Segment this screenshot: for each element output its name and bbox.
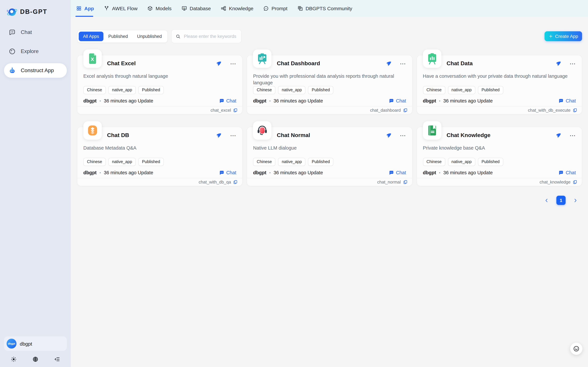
chat-button[interactable]: Chat [389,170,406,175]
tab-models[interactable]: Models [142,0,177,17]
data-easel-icon [426,52,438,65]
tab-prompt[interactable]: Prompt [258,0,292,17]
tab-app[interactable]: App [71,0,99,17]
chat-button[interactable]: Chat [389,98,406,103]
tag-chip: Chinese [253,158,275,166]
previous-page-icon[interactable] [544,198,549,203]
chat-bubble-filled-icon [559,170,564,175]
dingtalk-share-icon[interactable] [216,61,222,66]
filter-all-apps[interactable]: All Apps [79,32,103,41]
copy-icon[interactable] [573,108,577,112]
filter-published[interactable]: Published [104,32,132,41]
collapse-sidebar-icon[interactable] [54,356,60,362]
grid-icon [76,6,82,11]
sidebar-item-explore[interactable]: Explore [4,44,67,59]
app-icon-container: X [83,50,102,68]
chat-button[interactable]: Chat [219,98,236,103]
app-owner: dbgpt [423,98,436,103]
app-code: chat_dashboard [370,108,401,113]
chat-button[interactable]: Chat [559,98,576,103]
sidebar-footer-icons [4,355,67,364]
chat-button-label: Chat [566,98,576,103]
page-number-button[interactable]: 1 [556,196,566,205]
tab-label: Knowledge [229,6,253,11]
db-layers-icon [86,124,99,137]
theme-sun-icon[interactable] [10,356,17,362]
dingtalk-share-icon[interactable] [555,61,561,66]
dingtalk-share-icon[interactable] [216,133,222,138]
tab-label: Prompt [272,6,287,11]
dingtalk-share-icon[interactable] [555,133,561,138]
app-card-description: Provide you with professional data analy… [253,73,406,86]
app-card-chat-db[interactable]: Chat DB···Database Metadata Q&AChinesena… [77,127,243,186]
dbgpt-planet-logo-icon [6,6,18,18]
create-app-button[interactable]: Create App [545,31,582,41]
app-card-chat-data[interactable]: Chat Data···Have a conversation with you… [416,55,582,114]
sidebar-item-construct-app[interactable]: Construct App [4,63,67,78]
app-card-title: Chat Knowledge [447,132,490,139]
filter-unpublished[interactable]: Unpublished [133,32,166,41]
more-menu-button[interactable]: ··· [570,133,576,138]
app-owner: dbgpt [83,170,97,175]
copy-icon[interactable] [233,108,238,112]
app-icon-container [83,121,102,140]
more-menu-button[interactable]: ··· [570,61,576,66]
tab-knowledge[interactable]: Knowledge [216,0,258,17]
chat-button[interactable]: Chat [559,170,576,175]
tab-awel-flow[interactable]: AWEL Flow [99,0,142,17]
chat-button-label: Chat [566,170,576,175]
community-grid-icon [297,6,303,11]
app-card-chat-normal[interactable]: Chat Normal···Native LLM dialogueChinese… [247,127,412,186]
dot-separator: • [269,99,271,103]
dashboard-board-icon [256,52,269,65]
dingtalk-share-icon[interactable] [386,61,391,66]
app-card-tags: Chinesenative_appPublished [253,86,406,94]
app-card-chat-dashboard[interactable]: Chat Dashboard···Provide you with profes… [247,55,412,114]
app-card-title: Chat DB [107,132,129,139]
filter-segmented-control: All AppsPublishedUnpublished [77,30,168,43]
more-menu-button[interactable]: ··· [231,133,236,138]
sidebar-item-chat[interactable]: Chat [4,25,67,40]
app-card-chat-knowledge[interactable]: Chat Knowledge···Private knowledge base … [416,127,582,186]
app-icon-container [423,50,441,68]
feedback-smiley-button[interactable] [570,343,582,355]
tab-database[interactable]: SQLDatabase [177,0,216,17]
copy-icon[interactable] [403,108,407,112]
tab-label: Database [190,6,211,11]
tag-chip: Published [308,158,333,166]
chat-bubble-icon [8,29,16,36]
smiley-icon [573,345,580,352]
dot-separator: • [100,99,101,103]
app-card-meta: dbgpt•36 minutes ago UpdateChat [253,170,406,175]
more-menu-button[interactable]: ··· [400,61,406,66]
chat-button[interactable]: Chat [219,170,236,175]
next-page-icon[interactable] [573,198,578,203]
language-globe-icon[interactable] [32,356,39,362]
more-menu-button[interactable]: ··· [231,61,236,66]
search-input[interactable] [183,33,237,39]
app-updated-time: 36 minutes ago Update [273,170,323,175]
user-profile-row[interactable]: dbgpt dbgpt [4,336,67,351]
top-navigation: AppAWEL FlowModelsSQLDatabaseKnowledgePr… [71,0,588,17]
tag-chip: native_app [108,158,136,166]
app-code: chat_with_db_qa [199,180,231,184]
app-owner: dbgpt [253,170,266,175]
dingtalk-share-icon[interactable] [386,133,391,138]
copy-icon[interactable] [233,180,238,184]
more-menu-button[interactable]: ··· [400,133,406,138]
chat-bubble-filled-icon [559,98,564,103]
copy-icon[interactable] [403,180,407,184]
tab-dbgpts-community[interactable]: DBGPTS Community [292,0,357,17]
tag-chip: native_app [448,158,475,166]
tag-chip: Chinese [253,86,275,94]
robot-icon [8,67,16,74]
app-card-description: Private knowledge base Q&A [423,145,576,158]
search-box[interactable] [171,29,241,43]
brand-wordmark: DB-GPT [20,8,47,16]
tag-chip: Chinese [83,158,106,166]
app-card-chat-excel[interactable]: XChat Excel···Excel analysis through nat… [77,55,243,114]
copy-icon[interactable] [573,180,577,184]
sidebar: DB-GPT ChatExploreConstruct App dbgpt db… [0,0,71,367]
app-updated-time: 36 minutes ago Update [443,170,493,175]
app-card-description: Excel analysis through natural language [83,73,236,86]
